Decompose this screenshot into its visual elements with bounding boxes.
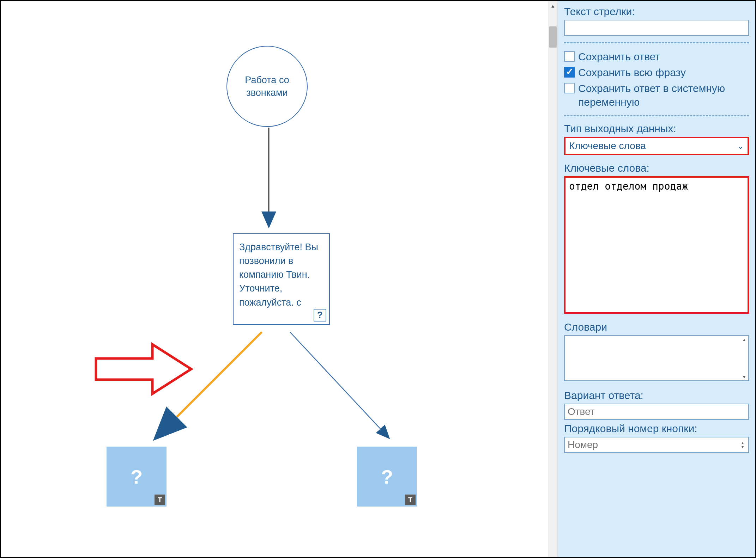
save-sysvar-checkbox[interactable] [564, 83, 575, 93]
output-type-value: Ключевые слова [569, 140, 646, 152]
svg-line-2 [156, 332, 262, 438]
arrow-text-label: Текст стрелки: [564, 6, 749, 18]
app-frame: Работа со звонками Здравствуйте! Вы позв… [0, 0, 756, 558]
question-icon: ? [381, 465, 393, 488]
scroll-thumb[interactable] [549, 26, 557, 48]
annotation-arrow [96, 344, 191, 394]
scrollbar[interactable]: ▴ [548, 1, 558, 557]
number-stepper-icon[interactable]: ▴▾ [738, 439, 747, 451]
scroll-up-icon[interactable]: ▴ [548, 1, 557, 11]
flow-canvas[interactable]: Работа со звонками Здравствуйте! Вы позв… [1, 1, 548, 557]
answer-variant-input[interactable] [564, 404, 749, 420]
output-type-label: Тип выходных данных: [564, 123, 749, 135]
save-answer-checkbox[interactable] [564, 51, 575, 62]
save-sysvar-row[interactable]: Сохранить ответ в системную переменную [564, 81, 749, 109]
message-node[interactable]: Здравствуйте! Вы позвонили в компанию Тв… [233, 233, 330, 325]
question-icon: ? [314, 309, 326, 321]
save-answer-row[interactable]: Сохранить ответ [564, 50, 749, 63]
save-phrase-checkbox[interactable] [564, 67, 575, 78]
output-type-select[interactable]: Ключевые слова ⌄ [564, 137, 749, 155]
chevron-down-icon: ▾ [743, 374, 745, 380]
chevron-up-icon: ▴ [743, 337, 745, 342]
properties-panel: Текст стрелки: Сохранить ответ Сохранить… [558, 1, 755, 557]
keywords-label: Ключевые слова: [564, 162, 749, 174]
dictionaries-input[interactable]: ▴ ▾ [564, 335, 749, 381]
action-node-right[interactable]: ? T [357, 447, 417, 507]
message-node-text: Здравствуйте! Вы позвонили в компанию Тв… [239, 242, 318, 308]
t-badge-icon: T [155, 495, 165, 505]
separator [564, 42, 749, 43]
keywords-input[interactable] [564, 176, 749, 314]
start-node-label: Работа со звонками [227, 74, 307, 99]
save-sysvar-label: Сохранить ответ в системную переменную [578, 81, 749, 109]
chevron-down-icon: ⌄ [737, 141, 744, 151]
question-icon: ? [131, 465, 143, 488]
start-node[interactable]: Работа со звонками [226, 46, 308, 127]
save-phrase-row[interactable]: Сохранить всю фразу [564, 66, 749, 79]
svg-line-3 [290, 332, 389, 438]
action-node-left[interactable]: ? T [107, 447, 167, 507]
save-answer-label: Сохранить ответ [578, 50, 660, 63]
t-badge-icon: T [405, 495, 416, 505]
save-phrase-label: Сохранить всю фразу [578, 66, 686, 79]
inner-scrollbar[interactable]: ▴ ▾ [740, 337, 748, 380]
button-index-label: Порядковый номер кнопки: [564, 423, 749, 435]
button-index-input[interactable] [564, 437, 749, 453]
separator [564, 115, 749, 116]
dictionaries-label: Словари [564, 321, 749, 333]
answer-variant-label: Вариант ответа: [564, 390, 749, 401]
arrow-text-input[interactable] [564, 20, 749, 36]
